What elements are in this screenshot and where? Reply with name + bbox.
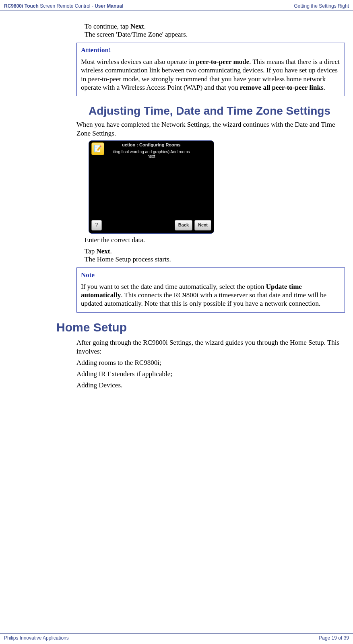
bullet-ir: Adding IR Extenders if applicable;: [76, 370, 345, 379]
product-name-rest: Screen Remote Control -: [39, 3, 95, 9]
back-button[interactable]: Back: [175, 220, 192, 230]
step-continue: To continue, tap Next.: [8, 23, 345, 31]
page-content: To continue, tap Next. The screen 'Date/…: [0, 10, 353, 390]
manual-bold: User Manual: [95, 3, 123, 9]
next-button[interactable]: Next: [194, 220, 211, 230]
footer-left: Philips Innovative Applications: [4, 635, 69, 641]
header-left: RC9800i Touch Screen Remote Control - Us…: [4, 3, 124, 9]
tap-result: The Home Setup process starts.: [8, 255, 345, 263]
screen-subtext: iting final wording and graphics) Add ro…: [91, 150, 211, 158]
home-intro: After going through the RC9800i Settings…: [76, 338, 345, 356]
step-result: The screen 'Date/Time Zone' appears.: [8, 31, 345, 39]
step-pre: To continue, tap: [85, 23, 130, 30]
tap-post: .: [110, 247, 111, 255]
attn-b1: peer-to-peer mode: [196, 58, 250, 66]
adjust-intro: When you have completed the Network Sett…: [76, 120, 345, 138]
bullet-devices: Adding Devices.: [76, 381, 345, 390]
page-footer: Philips Innovative Applications Page 19 …: [0, 633, 353, 644]
note-pre: If you want to set the date and time aut…: [81, 283, 266, 290]
section-home-setup: Home Setup: [56, 321, 345, 334]
attn-pre: Most wireless devices can also operate i…: [81, 58, 196, 66]
bullet-rooms: Adding rooms to the RC9800i;: [76, 358, 345, 367]
tap-pre: Tap: [85, 247, 97, 255]
note-title: Note: [81, 271, 341, 279]
screen-sub2: next: [148, 154, 155, 158]
home-bullets: Adding rooms to the RC9800i; Adding IR E…: [76, 358, 345, 390]
section-adjusting: Adjusting Time, Date and Time Zone Setti…: [76, 104, 345, 118]
note-body: If you want to set the date and time aut…: [81, 282, 341, 308]
header-right: Getting the Settings Right: [294, 3, 349, 9]
help-button[interactable]: ?: [91, 220, 102, 230]
tap-next: Tap Next.: [8, 247, 345, 255]
nav-buttons: Back Next: [175, 220, 211, 230]
attn-b2: remove all peer-to-peer links: [240, 84, 324, 91]
enter-data: Enter the correct data.: [8, 236, 345, 244]
note-box: Note If you want to set the date and tim…: [76, 267, 345, 313]
attention-title: Attention!: [81, 46, 341, 54]
footer-right: Page 19 of 39: [319, 635, 349, 641]
page-header: RC9800i Touch Screen Remote Control - Us…: [0, 0, 353, 10]
product-name-bold: RC9800i Touch: [4, 3, 39, 9]
attention-body: Most wireless devices can also operate i…: [81, 58, 341, 92]
tap-bold: Next: [97, 247, 110, 255]
device-screenshot: 📝 uction : Configuring Rooms iting final…: [89, 140, 214, 234]
attention-box: Attention! Most wireless devices can als…: [76, 43, 345, 96]
screen-title: uction : Configuring Rooms: [89, 142, 214, 147]
screen-bottom-bar: ? Back Next: [91, 220, 211, 231]
screen-sub1: iting final wording and graphics) Add ro…: [113, 150, 190, 154]
step-bold: Next: [130, 23, 144, 30]
attn-post: .: [324, 84, 325, 91]
step-post: .: [144, 23, 146, 30]
